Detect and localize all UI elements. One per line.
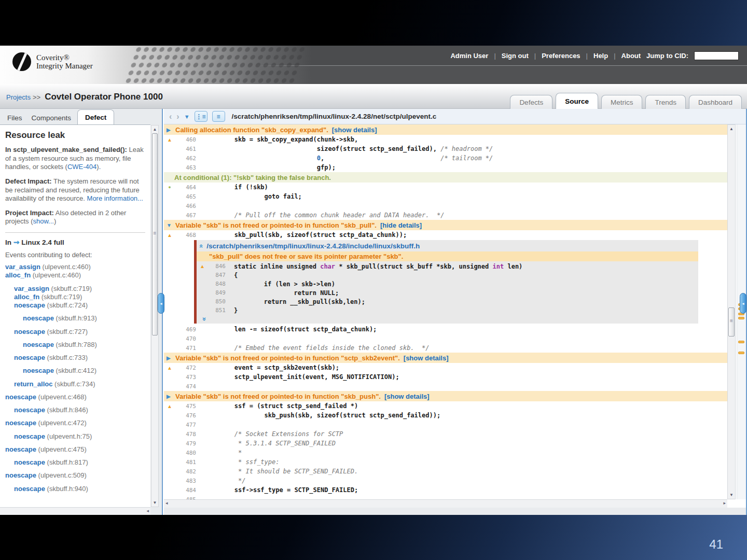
- show-projects-link[interactable]: show...: [33, 217, 53, 225]
- scroll-down-icon[interactable]: ▼: [728, 492, 735, 498]
- user-menu-admin-user[interactable]: Admin User: [450, 52, 488, 60]
- left-tab-defect[interactable]: Defect: [77, 109, 114, 124]
- event-link[interactable]: noescape: [14, 301, 45, 309]
- warning-triangle-icon: ▲: [164, 365, 175, 371]
- user-menu-about[interactable]: About: [621, 52, 641, 60]
- jump-to-cid-input[interactable]: [694, 51, 739, 60]
- triangle-right-icon[interactable]: ▶: [167, 394, 172, 399]
- event-link[interactable]: noescape: [5, 419, 36, 427]
- triangle-right-icon[interactable]: ▶: [167, 355, 172, 361]
- tab-source[interactable]: Source: [556, 93, 598, 109]
- event-link[interactable]: noescape: [5, 471, 36, 479]
- scrollbar-thumb[interactable]: [728, 307, 735, 337]
- collapse-left-panel-handle[interactable]: ◂: [158, 293, 164, 314]
- chevron-left-icon[interactable]: ‹: [169, 112, 172, 121]
- code-line: 476 skb_push(skb, sizeof(struct sctp_sen…: [164, 411, 727, 420]
- event-link[interactable]: noescape: [23, 341, 54, 348]
- inline-expansion: «/scratch/phenriksen/tmp/linux/linux-2.4…: [194, 240, 698, 324]
- event-link[interactable]: noescape: [14, 432, 45, 440]
- event-dot-icon: ●: [164, 185, 175, 190]
- code-seg: if (len > skb->len): [234, 281, 335, 288]
- line-numbers-icon[interactable]: ⋮≡: [195, 111, 208, 122]
- line-number: 472: [175, 365, 196, 371]
- chevron-up-icon[interactable]: «: [198, 244, 205, 248]
- event-link[interactable]: noescape: [23, 314, 54, 322]
- defect-description: In sctp_ulpevent_make_send_failed(): Lea…: [5, 146, 147, 172]
- minimap-marker[interactable]: [738, 317, 744, 319]
- user-menu-sign-out[interactable]: Sign out: [502, 52, 529, 60]
- code-line: ▲472 event = sctp_skb2event(skb);: [164, 363, 727, 372]
- defect-banner: ▼Variable "skb" is not freed or pointed-…: [164, 220, 727, 230]
- event-link[interactable]: var_assign: [5, 263, 40, 271]
- code-seg: int: [493, 263, 504, 270]
- event-link[interactable]: noescape: [23, 367, 54, 374]
- chevron-right-icon[interactable]: ›: [176, 112, 179, 121]
- event-link[interactable]: noescape: [14, 485, 45, 493]
- code-line: 479 * 5.3.1.4 SCTP_SEND_FAILED: [164, 439, 727, 448]
- scroll-up-icon[interactable]: ▲: [728, 125, 735, 132]
- event-link[interactable]: noescape: [14, 328, 45, 335]
- scroll-right-icon[interactable]: ▸: [723, 500, 726, 506]
- event-link[interactable]: return_alloc: [14, 380, 52, 388]
- scroll-down-icon[interactable]: ▼: [151, 499, 158, 506]
- tab-metrics[interactable]: Metrics: [601, 95, 643, 109]
- code-text: */: [204, 477, 245, 484]
- left-panel-hscrollbar[interactable]: ◂: [0, 507, 150, 515]
- code-text: event = sctp_skb2event(skb);: [204, 364, 339, 371]
- minimap-marker[interactable]: [738, 352, 744, 354]
- left-panel-scrollbar[interactable]: ▲ ▼: [151, 125, 159, 507]
- code-seg: return NULL;: [234, 289, 339, 297]
- tab-trends[interactable]: Trends: [645, 95, 686, 109]
- banner-details-link[interactable]: [hide details]: [380, 221, 422, 229]
- more-information-link[interactable]: More information...: [87, 194, 143, 202]
- event-link[interactable]: noescape: [5, 445, 36, 453]
- event-link[interactable]: alloc_fn: [5, 271, 31, 279]
- minimap-marker[interactable]: [738, 341, 744, 343]
- event-link[interactable]: noescape: [14, 406, 45, 414]
- user-menu-preferences[interactable]: Preferences: [542, 52, 580, 60]
- coverity-logo: Coverity® Integrity Manager: [12, 52, 93, 71]
- collapse-right-handle[interactable]: ◂: [740, 293, 746, 314]
- halftone-pattern: [123, 46, 307, 84]
- triangle-down-icon[interactable]: ▼: [167, 222, 172, 228]
- code-line: 466: [164, 201, 727, 211]
- event-location: (skbuff.c:727): [47, 328, 88, 335]
- scrollbar-thumb[interactable]: [152, 133, 158, 335]
- source-hscrollbar[interactable]: ◂ ▸: [164, 499, 727, 508]
- triangle-down-icon[interactable]: ▼: [184, 114, 190, 120]
- source-panel: ‹ › ▼ ⋮≡ ≡ /scratch/phenriksen/tmp/linux…: [164, 109, 746, 515]
- user-menu-help[interactable]: Help: [593, 52, 608, 60]
- event-link[interactable]: alloc_fn: [14, 293, 39, 301]
- scroll-left-icon[interactable]: ◂: [165, 500, 168, 506]
- tab-dashboard[interactable]: Dashboard: [689, 95, 742, 109]
- divider: [5, 232, 145, 233]
- event-row: noescape (ulpevent.c:472): [5, 419, 147, 427]
- event-link[interactable]: noescape: [14, 354, 45, 361]
- left-tab-files[interactable]: Files: [4, 112, 25, 124]
- scroll-left-icon[interactable]: ◂: [146, 508, 149, 513]
- scroll-up-icon[interactable]: ▲: [151, 126, 158, 133]
- code-seg: skb_push(skb, sizeof(struct sctp_send_fa…: [204, 412, 440, 419]
- logo-banner: Coverity® Integrity Manager: [0, 46, 311, 84]
- breadcrumb-projects-link[interactable]: Projects: [6, 93, 31, 101]
- left-tab-components[interactable]: Components: [29, 112, 75, 124]
- chevron-down-icon[interactable]: «: [200, 317, 208, 321]
- event-link[interactable]: var_assign: [14, 285, 49, 292]
- event-link[interactable]: noescape: [14, 458, 45, 466]
- view-tabs: DefectsSourceMetricsTrendsDashboard: [510, 93, 742, 109]
- snapshot-row: In ⇝ Linux 2.4 full: [5, 238, 147, 246]
- triangle-right-icon[interactable]: ▶: [167, 127, 172, 133]
- source-scrollbar[interactable]: ▲ ▼: [727, 124, 736, 499]
- code-text: /* Socket Extensions for SCTP: [204, 430, 343, 438]
- inline-file-link[interactable]: /scratch/phenriksen/tmp/linux/linux-2.4.…: [206, 242, 420, 250]
- tab-defects[interactable]: Defects: [510, 95, 552, 109]
- banner-details-link[interactable]: [show details]: [332, 126, 377, 134]
- banner-details-link[interactable]: [show details]: [384, 393, 430, 400]
- text-lines-icon[interactable]: ≡: [212, 111, 225, 122]
- code-text: if (len > skb->len): [234, 281, 335, 288]
- code-text: ssf = (struct sctp_send_failed *): [204, 402, 358, 410]
- banner-details-link[interactable]: [show details]: [404, 354, 449, 362]
- cwe-link[interactable]: CWE-404: [67, 163, 96, 171]
- event-link[interactable]: noescape: [5, 393, 36, 401]
- line-number: 463: [175, 164, 196, 171]
